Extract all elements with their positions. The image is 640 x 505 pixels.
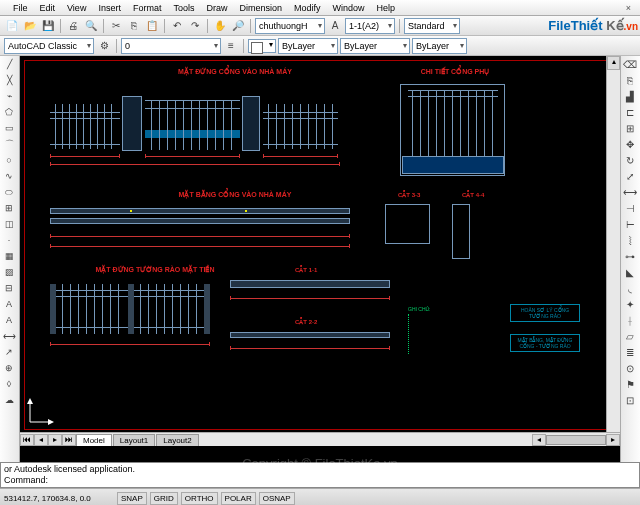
open-icon[interactable]: 📂 <box>22 18 38 34</box>
tab-next-icon[interactable]: ▸ <box>48 434 62 446</box>
undo-icon[interactable]: ↶ <box>169 18 185 34</box>
osnap-toggle[interactable]: OSNAP <box>259 492 295 505</box>
lineweight-dropdown[interactable]: ByLayer <box>340 38 410 54</box>
plotstyle-dropdown[interactable]: ByLayer <box>412 38 467 54</box>
snap-toggle[interactable]: SNAP <box>117 492 147 505</box>
linetype-dropdown[interactable]: ByLayer <box>278 38 338 54</box>
workspace-gear-icon[interactable]: ⚙ <box>96 38 112 54</box>
ortho-toggle[interactable]: ORTHO <box>181 492 218 505</box>
layer-dropdown[interactable]: 0 <box>121 38 221 54</box>
cut-icon[interactable]: ✂ <box>108 18 124 34</box>
array-icon[interactable]: ⊞ <box>621 120 639 136</box>
leader-icon[interactable]: ↗ <box>0 344 18 360</box>
point-icon[interactable]: · <box>0 232 18 248</box>
rotate-icon[interactable]: ↻ <box>621 152 639 168</box>
copy-icon[interactable]: ⎘ <box>126 18 142 34</box>
menu-help[interactable]: Help <box>372 2 401 14</box>
polar-toggle[interactable]: POLAR <box>221 492 256 505</box>
revcloud-icon[interactable]: ☁ <box>0 392 18 408</box>
line-icon[interactable]: ╱ <box>0 56 18 72</box>
zoom-icon[interactable]: 🔎 <box>230 18 246 34</box>
polygon-icon[interactable]: ⬠ <box>0 104 18 120</box>
new-icon[interactable]: 📄 <box>4 18 20 34</box>
circle-icon[interactable]: ○ <box>0 152 18 168</box>
scale-icon[interactable]: ⤢ <box>621 168 639 184</box>
paste-icon[interactable]: 📋 <box>144 18 160 34</box>
preview-icon[interactable]: 🔍 <box>83 18 99 34</box>
tolerance-icon[interactable]: ⊕ <box>0 360 18 376</box>
textstyle-dropdown[interactable]: chuthuongH <box>255 18 325 34</box>
insert-icon[interactable]: ⊞ <box>0 200 18 216</box>
dimstyle-dropdown[interactable]: 1-1(A2) <box>345 18 395 34</box>
pline-icon[interactable]: ⌁ <box>0 88 18 104</box>
save-icon[interactable]: 💾 <box>40 18 56 34</box>
menu-modify[interactable]: Modify <box>289 2 326 14</box>
doc-close-icon[interactable]: × <box>621 2 636 14</box>
tab-layout2[interactable]: Layout2 <box>156 434 198 446</box>
menu-dimension[interactable]: Dimension <box>234 2 287 14</box>
join-icon[interactable]: ⊶ <box>621 248 639 264</box>
hatch-icon[interactable]: ▦ <box>0 248 18 264</box>
mtext-icon[interactable]: Α <box>0 312 18 328</box>
table-icon[interactable]: ⊟ <box>0 280 18 296</box>
move-icon[interactable]: ✥ <box>621 136 639 152</box>
menu-file[interactable]: File <box>8 2 33 14</box>
extend-icon[interactable]: ⊢ <box>621 216 639 232</box>
scroll-left-icon[interactable]: ◂ <box>532 434 546 446</box>
rectangle-icon[interactable]: ▭ <box>0 120 18 136</box>
dist-icon[interactable]: ⟊ <box>621 312 639 328</box>
dim-icon[interactable]: ⟷ <box>0 328 18 344</box>
trim-icon[interactable]: ⊣ <box>621 200 639 216</box>
pan-icon[interactable]: ✋ <box>212 18 228 34</box>
erase-icon[interactable]: ⌫ <box>621 56 639 72</box>
menu-tools[interactable]: Tools <box>168 2 199 14</box>
redo-icon[interactable]: ↷ <box>187 18 203 34</box>
tab-last-icon[interactable]: ⏭ <box>62 434 76 446</box>
fillet-icon[interactable]: ◟ <box>621 280 639 296</box>
stretch-icon[interactable]: ⟷ <box>621 184 639 200</box>
xline-icon[interactable]: ╳ <box>0 72 18 88</box>
mirror-icon[interactable]: ▟ <box>621 88 639 104</box>
command-window[interactable]: or Autodesk licensed application. Comman… <box>0 462 640 488</box>
tablestyle-dropdown[interactable]: Standard <box>404 18 460 34</box>
grid-toggle[interactable]: GRID <box>150 492 178 505</box>
vscrollbar[interactable]: ▴ ▾ <box>606 56 620 446</box>
spline-icon[interactable]: ∿ <box>0 168 18 184</box>
arc-icon[interactable]: ⌒ <box>0 136 18 152</box>
layer-manager-icon[interactable]: ≡ <box>223 38 239 54</box>
menu-format[interactable]: Format <box>128 2 167 14</box>
menu-draw[interactable]: Draw <box>201 2 232 14</box>
tab-model[interactable]: Model <box>76 434 112 446</box>
menu-window[interactable]: Window <box>328 2 370 14</box>
menu-insert[interactable]: Insert <box>93 2 126 14</box>
block-icon[interactable]: ◫ <box>0 216 18 232</box>
cmd-prompt[interactable]: Command: <box>4 475 636 486</box>
color-swatch[interactable] <box>248 39 276 53</box>
offset-icon[interactable]: ⊏ <box>621 104 639 120</box>
drawing-canvas[interactable]: MẶT ĐỨNG CỔNG VÀO NHÀ MÁY CHI TIẾT CỔNG … <box>20 56 620 462</box>
qselect-icon[interactable]: ⚑ <box>621 376 639 392</box>
copy2-icon[interactable]: ⎘ <box>621 72 639 88</box>
wipeout-icon[interactable]: ◊ <box>0 376 18 392</box>
plot-icon[interactable]: 🖨 <box>65 18 81 34</box>
ellipse-icon[interactable]: ⬭ <box>0 184 18 200</box>
area-icon[interactable]: ▱ <box>621 328 639 344</box>
region-icon[interactable]: ▨ <box>0 264 18 280</box>
menu-edit[interactable]: Edit <box>35 2 61 14</box>
list-icon[interactable]: ≣ <box>621 344 639 360</box>
tab-layout1[interactable]: Layout1 <box>113 434 155 446</box>
scroll-up-icon[interactable]: ▴ <box>607 56 620 70</box>
menu-view[interactable]: View <box>62 2 91 14</box>
chamfer-icon[interactable]: ◣ <box>621 264 639 280</box>
tab-prev-icon[interactable]: ◂ <box>34 434 48 446</box>
id-icon[interactable]: ⊙ <box>621 360 639 376</box>
text-icon[interactable]: A <box>0 296 18 312</box>
hscroll-thumb[interactable] <box>546 435 606 445</box>
textstyle-icon[interactable]: A <box>327 18 343 34</box>
explode-icon[interactable]: ✦ <box>621 296 639 312</box>
scroll-right-icon[interactable]: ▸ <box>606 434 620 446</box>
workspace-dropdown[interactable]: AutoCAD Classic <box>4 38 94 54</box>
break-icon[interactable]: ⦚ <box>621 232 639 248</box>
tab-first-icon[interactable]: ⏮ <box>20 434 34 446</box>
calc-icon[interactable]: ⊡ <box>621 392 639 408</box>
